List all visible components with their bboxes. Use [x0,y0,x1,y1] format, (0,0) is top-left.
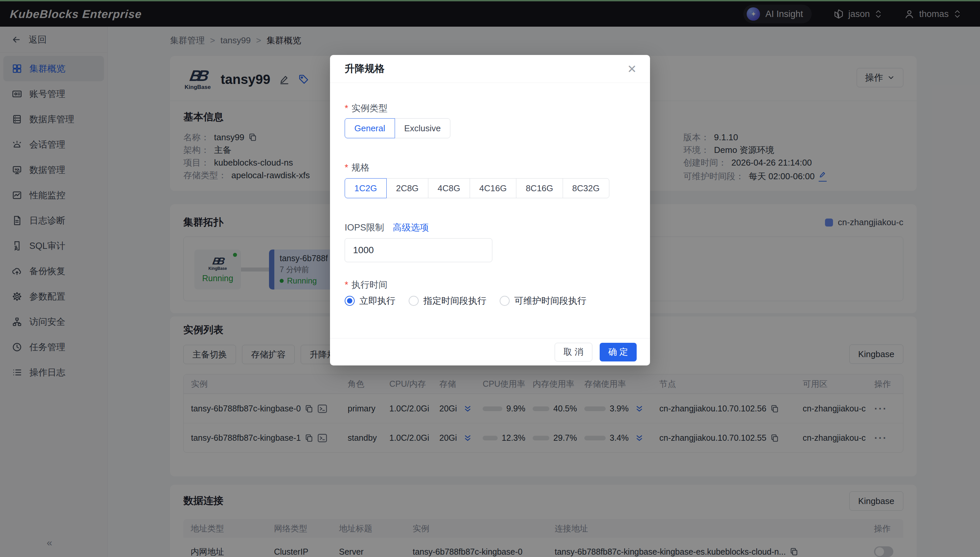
scale-spec-modal: 升降规格 ✕ 实例类型 General Exclusive 规格 1C2G 2C… [330,55,650,365]
radio-icon [500,296,510,306]
spec-option-4c8g[interactable]: 4C8G [428,178,470,198]
radio-checked-icon [345,296,355,306]
screen: KubeBlocks Enterprise ✦ AI Insight jason… [0,0,980,557]
confirm-button[interactable]: 确 定 [600,343,637,362]
exec-option-scheduled[interactable]: 指定时间段执行 [409,295,486,307]
modal-body: 实例类型 General Exclusive 规格 1C2G 2C8G 4C8G… [330,83,650,338]
exec-option-immediate[interactable]: 立即执行 [345,295,395,307]
instance-type-option-general[interactable]: General [345,118,395,138]
radio-label: 可维护时间段执行 [514,295,586,307]
radio-label: 指定时间段执行 [423,295,486,307]
radio-label: 立即执行 [359,295,395,307]
spec-option-2c8g[interactable]: 2C8G [386,178,428,198]
radio-icon [409,296,419,306]
modal-footer: 取 消 确 定 [330,338,650,365]
cancel-button[interactable]: 取 消 [554,343,592,362]
close-icon[interactable]: ✕ [627,63,637,75]
exec-option-maintenance-window[interactable]: 可维护时间段执行 [500,295,586,307]
modal-header: 升降规格 ✕ [330,55,650,83]
iops-input[interactable] [345,238,492,262]
spec-option-4c16g[interactable]: 4C16G [470,178,516,198]
spec-option-8c16g[interactable]: 8C16G [516,178,563,198]
iops-label: IOPS限制 [345,221,384,233]
instance-type-group: General Exclusive [345,118,450,138]
exec-time-group: 立即执行 指定时间段执行 可维护时间段执行 [345,295,586,307]
spec-label: 规格 [345,161,370,174]
spec-option-1c2g[interactable]: 1C2G [345,178,386,198]
instance-type-label: 实例类型 [345,102,388,114]
spec-option-8c32g[interactable]: 8C32G [563,178,609,198]
modal-title: 升降规格 [345,62,385,76]
spec-group: 1C2G 2C8G 4C8G 4C16G 8C16G 8C32G [345,178,609,198]
iops-label-row: IOPS限制 高级选项 [345,221,429,233]
instance-type-option-exclusive[interactable]: Exclusive [395,118,451,138]
advanced-options-link[interactable]: 高级选项 [393,221,429,233]
exec-time-label: 执行时间 [345,279,388,291]
